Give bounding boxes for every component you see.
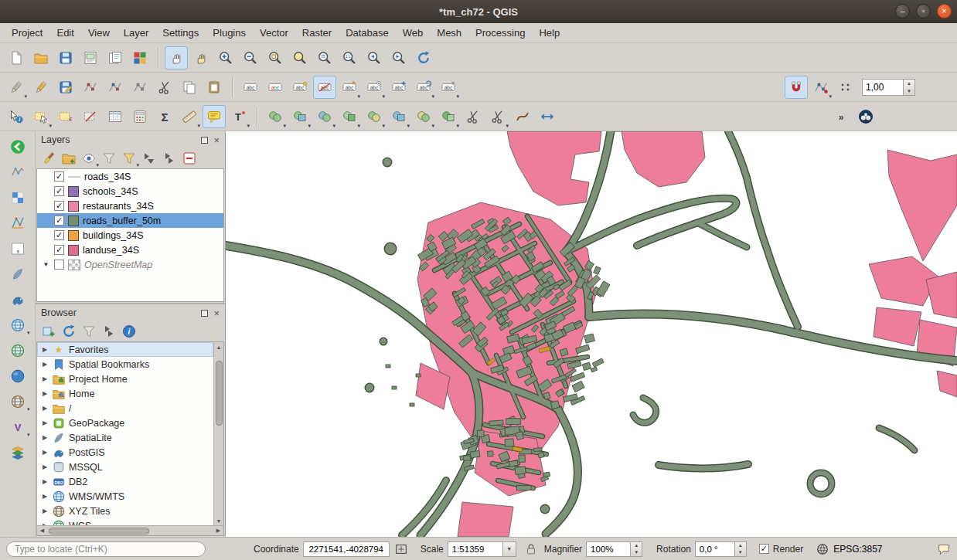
style-manager-button[interactable] (128, 46, 152, 70)
toggle-unplaced-labels-button[interactable]: abc (313, 76, 336, 99)
layer-visibility-checkbox[interactable] (54, 245, 64, 255)
tree-expander[interactable]: ▶ (41, 390, 49, 397)
save-project-button[interactable] (54, 46, 77, 70)
minimize-button[interactable]: – (895, 4, 910, 19)
tree-expander[interactable]: ▶ (41, 493, 49, 500)
menu-plugins[interactable]: Plugins (206, 25, 253, 41)
current-edits-button[interactable]: ▾ (5, 76, 28, 99)
deselect-features-button[interactable] (79, 105, 102, 128)
collapse-all-button[interactable] (161, 150, 178, 167)
layer-visibility-checkbox[interactable] (54, 171, 64, 182)
maximize-button[interactable]: ▫ (916, 4, 931, 19)
scroll-right-button[interactable]: ▶ (213, 526, 223, 535)
move-label-button[interactable]: abc (387, 76, 410, 99)
vertex-tool-button[interactable] (104, 76, 127, 99)
rotation-stepper[interactable]: ▲▼ (735, 541, 747, 557)
locate-input[interactable] (6, 541, 206, 557)
toolbar-overflow-button[interactable]: » (829, 105, 853, 128)
menu-help[interactable]: Help (532, 25, 567, 41)
layer-visibility-checkbox[interactable] (54, 201, 64, 211)
tracing-offset-stepper[interactable]: ▲▼ (904, 79, 915, 96)
browser-item-home[interactable]: ▶Home (37, 386, 213, 401)
map-canvas[interactable] (226, 131, 957, 537)
menu-settings[interactable]: Settings (155, 25, 206, 41)
snapping-options-button[interactable] (834, 76, 857, 99)
scroll-left-button[interactable]: ◀ (37, 526, 47, 535)
tree-expander[interactable]: ▶ (41, 449, 49, 456)
browser-item-geopackage[interactable]: ▶GeoPackage (37, 416, 213, 430)
toggle-editing-button[interactable] (29, 76, 53, 99)
split-features-button[interactable] (461, 105, 485, 128)
messages-icon[interactable] (937, 542, 951, 556)
modify-attributes-button[interactable] (128, 76, 152, 99)
paste-features-button[interactable] (203, 76, 226, 99)
float-panel-button[interactable] (201, 137, 208, 144)
add-xyz-layer-button[interactable]: ▾ (5, 391, 31, 412)
tree-expander[interactable]: ▶ (41, 434, 49, 441)
zoom-to-layer-button[interactable] (313, 46, 336, 70)
filter-legend-button[interactable] (100, 150, 117, 167)
open-project-button[interactable] (29, 46, 53, 70)
digitize-circle-center-button[interactable]: ▾ (313, 105, 336, 128)
add-postgis-layer-button[interactable] (5, 289, 31, 310)
add-virtual-layer-button[interactable]: V▾ (5, 416, 31, 437)
zoom-in-button[interactable] (214, 46, 237, 70)
layer-labeling-options-button[interactable]: abc (239, 76, 262, 99)
split-parts-button[interactable]: ▾ (486, 105, 509, 128)
browser-item-favorites[interactable]: ▶★Favorites (37, 342, 213, 357)
browser-item-xyz-tiles[interactable]: ▶XYZ Tiles (37, 504, 213, 518)
add-delimited-text-layer-button[interactable]: , (5, 238, 31, 259)
zoom-next-button[interactable] (387, 46, 410, 70)
refresh-browser-button[interactable] (60, 323, 77, 340)
add-spatialite-layer-button[interactable] (5, 263, 31, 284)
expand-all-button[interactable] (141, 150, 158, 167)
add-raster-layer-button[interactable] (5, 187, 31, 208)
menu-project[interactable]: Project (5, 25, 49, 41)
close-button[interactable]: × (937, 4, 952, 19)
zoom-to-selection-button[interactable] (288, 46, 312, 70)
lock-scale-icon[interactable] (524, 542, 538, 556)
tree-expander[interactable]: ▶ (41, 419, 49, 426)
pan-to-selection-button[interactable] (189, 46, 213, 70)
close-panel-button[interactable]: × (213, 308, 220, 318)
menu-view[interactable]: View (81, 25, 117, 41)
menu-database[interactable]: Database (339, 25, 396, 41)
offset-curve-button[interactable] (536, 105, 559, 128)
magnifier-input[interactable] (586, 541, 631, 557)
layer-visibility-checkbox[interactable] (54, 216, 64, 226)
scale-dropdown-button[interactable]: ▼ (503, 541, 516, 557)
browser-item-wms-wmts[interactable]: ▶WMS/WMTS (37, 489, 213, 504)
layer-item-roads_34S[interactable]: roads_34S (37, 169, 223, 184)
tree-expander[interactable]: ▶ (41, 405, 49, 412)
layer-diagram-options-button[interactable]: abc (264, 76, 287, 99)
enable-properties-widget-button[interactable]: i (121, 323, 138, 340)
enable-snapping-button[interactable] (785, 76, 808, 99)
layer-item-buildings_34S[interactable]: buildings_34S (37, 228, 223, 243)
cut-features-button[interactable] (153, 76, 176, 99)
copy-features-button[interactable] (178, 76, 201, 99)
refresh-map-button[interactable] (412, 46, 435, 70)
render-checkbox[interactable] (759, 544, 769, 554)
text-annotation-button[interactable]: T▾ (227, 105, 250, 128)
show-hide-labels-button[interactable]: abc▾ (363, 76, 386, 99)
vscroll-thumb[interactable] (216, 361, 223, 426)
scale-input[interactable] (448, 541, 503, 557)
manage-map-themes-button[interactable]: ▾ (80, 150, 97, 167)
open-layer-styling-button[interactable] (40, 150, 57, 167)
tree-expander[interactable]: ▶ (41, 507, 49, 514)
tree-expander[interactable]: ▶ (41, 478, 49, 485)
rotation-input[interactable] (695, 541, 735, 557)
browser-item-spatial-bookmarks[interactable]: ▶Spatial Bookmarks (37, 357, 213, 372)
map-tips-button[interactable] (203, 105, 226, 128)
digitize-rectangle-extent-button[interactable]: ▾ (387, 105, 410, 128)
digitize-ellipse-extent-button[interactable]: ▾ (363, 105, 386, 128)
coordinate-input[interactable] (303, 541, 390, 557)
select-by-expression-button[interactable]: ε (54, 105, 77, 128)
show-layout-manager-button[interactable] (104, 46, 127, 70)
enable-tracing-button[interactable]: ▾ (809, 76, 833, 99)
add-wfs-layer-button[interactable] (5, 365, 31, 386)
highlight-pinned-labels-button[interactable]: abc (288, 76, 312, 99)
add-vector-layer-button[interactable] (5, 161, 31, 182)
magnifier-stepper[interactable]: ▲▼ (631, 541, 642, 557)
zoom-out-button[interactable] (239, 46, 262, 70)
